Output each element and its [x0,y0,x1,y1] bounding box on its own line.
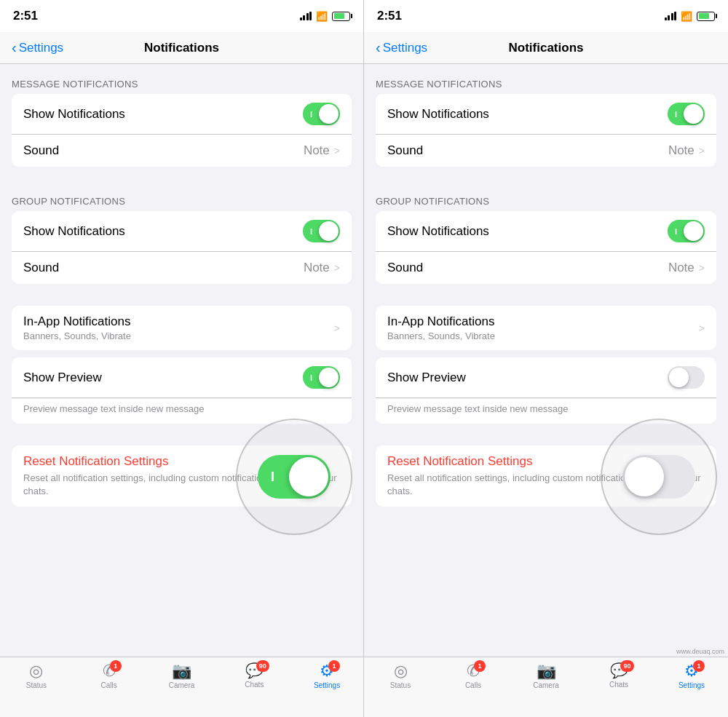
show-preview-sub-right: Preview message text inside new message [387,403,569,414]
content-right: MESSAGE NOTIFICATIONS Show Notifications… [364,64,728,657]
show-notifications-toggle-1-left[interactable]: I [303,103,340,125]
sound-chevron-1-right: > [699,145,705,157]
sound-right-2-left: Note > [304,261,340,275]
nav-bar-left: ‹ Settings Notifications [0,32,363,64]
show-preview-label-left: Show Preview [23,371,102,385]
show-notifications-toggle-1-right[interactable]: I [668,103,705,125]
show-preview-label-right: Show Preview [387,371,466,385]
inapp-sub-left: Banners, Sounds, Vibrate [23,330,131,341]
sound-value-1-right: Note [668,143,695,158]
sound-row-2-right[interactable]: Sound Note > [376,252,716,284]
sound-label-2-left: Sound [23,261,59,275]
inapp-label-left: In-App Notifications [23,314,131,329]
tab-status-right[interactable]: ◎ Status [364,663,437,689]
tab-calls-right[interactable]: ✆ 1 Calls [437,663,510,689]
inapp-sub-right: Banners, Sounds, Vibrate [387,330,495,341]
reset-group-right: Reset Notification Settings Reset all no… [376,445,716,507]
status-bar-left: 2:51 📶 [0,0,363,32]
tab-camera-left[interactable]: 📷 Camera [146,663,218,689]
sound-label-1-right: Sound [387,143,423,158]
reset-sub-left: Reset all notification settings, includi… [23,472,340,498]
reset-link-left[interactable]: Reset Notification Settings [23,454,340,469]
inapp-group-right: In-App Notifications Banners, Sounds, Vi… [376,306,716,350]
show-preview-toggle-right[interactable] [668,366,705,389]
show-notifications-label-1-left: Show Notifications [23,107,125,122]
sound-right-1-left: Note > [304,143,340,158]
show-notifications-row-2-left: Show Notifications I [12,211,352,252]
status-icons-left: 📶 [300,11,351,22]
message-notifications-group-left: Show Notifications I Sound Note > [12,94,352,167]
reset-row-right: Reset Notification Settings Reset all no… [376,445,716,507]
message-section-header-left: MESSAGE NOTIFICATIONS [0,64,363,94]
right-panel: 2:51 📶 ‹ Settings Notifications MESSAGE … [364,0,728,717]
group-notifications-group-right: Show Notifications I Sound Note > [376,211,716,284]
watermark-right: www.deuaq.com [676,648,724,655]
content-left: MESSAGE NOTIFICATIONS Show Notifications… [0,64,363,657]
sound-row-2-left[interactable]: Sound Note > [12,252,352,284]
sound-chevron-1-left: > [334,145,340,157]
sound-value-2-left: Note [304,261,330,275]
nav-title-left: Notifications [144,41,219,55]
show-notifications-label-2-right: Show Notifications [387,224,489,239]
tab-settings-left[interactable]: ⚙ 1 Settings [290,663,363,689]
nav-bar-right: ‹ Settings Notifications [364,32,728,64]
show-notifications-toggle-2-right[interactable]: I [668,220,705,242]
show-preview-toggle-left[interactable]: I [303,366,340,389]
tab-camera-right[interactable]: 📷 Camera [510,663,582,689]
inapp-label-right: In-App Notifications [387,314,495,329]
show-preview-sub-left: Preview message text inside new message [23,403,205,414]
status-time-right: 2:51 [377,9,402,23]
sound-row-1-right[interactable]: Sound Note > [376,135,716,167]
tab-status-left[interactable]: ◎ Status [0,663,73,689]
show-notifications-row-1-right: Show Notifications I [376,94,716,135]
message-notifications-group-right: Show Notifications I Sound Note > [376,94,716,167]
inapp-chevron-left: > [334,322,340,334]
tab-bar-right: ◎ Status ✆ 1 Calls 📷 Camera 💬 90 Chats [364,657,728,717]
back-label-left: Settings [19,41,63,55]
group-notifications-group-left: Show Notifications I Sound Note > [12,211,352,284]
group-section-header-right: GROUP NOTIFICATIONS [364,181,728,211]
status-icons-right: 📶 [665,11,716,22]
show-notifications-toggle-2-left[interactable]: I [303,220,340,242]
inapp-row-right[interactable]: In-App Notifications Banners, Sounds, Vi… [376,306,716,350]
tab-settings-right[interactable]: ⚙ 1 Settings [655,663,728,689]
status-bar-right: 2:51 📶 [364,0,728,32]
status-time-left: 2:51 [13,9,38,23]
signal-icon-right [665,12,677,20]
back-label-right: Settings [383,41,427,55]
show-preview-group-left: Show Preview I Preview message text insi… [12,357,352,424]
wifi-icon-left: 📶 [316,11,328,22]
tab-bar-left: ◎ Status ✆ 1 Calls 📷 Camera 💬 90 Chats [0,657,363,717]
tab-chats-left[interactable]: 💬 90 Chats [218,663,290,689]
sound-chevron-2-right: > [699,262,705,274]
sound-label-1-left: Sound [23,143,59,158]
show-notifications-row-2-right: Show Notifications I [376,211,716,252]
inapp-row-left[interactable]: In-App Notifications Banners, Sounds, Vi… [12,306,352,350]
show-notifications-row-1-left: Show Notifications I [12,94,352,135]
group-section-header-left: GROUP NOTIFICATIONS [0,181,363,211]
battery-icon-left [332,12,350,21]
show-preview-group-right: Show Preview Preview message text inside… [376,357,716,424]
reset-sub-right: Reset all notification settings, includi… [387,472,705,498]
nav-title-right: Notifications [509,41,584,55]
tab-chats-right[interactable]: 💬 90 Chats [582,663,655,689]
sound-chevron-2-left: > [334,262,340,274]
left-panel: 2:51 📶 ‹ Settings Notifications MESSAGE … [0,0,364,717]
sound-right-2-right: Note > [668,261,705,275]
signal-icon-left [300,12,312,20]
reset-row-left: Reset Notification Settings Reset all no… [12,445,352,507]
back-button-right[interactable]: ‹ Settings [376,40,427,56]
sound-value-1-left: Note [304,143,330,158]
back-button-left[interactable]: ‹ Settings [12,40,63,56]
inapp-group-left: In-App Notifications Banners, Sounds, Vi… [12,306,352,350]
wifi-icon-right: 📶 [681,11,692,22]
tab-calls-left[interactable]: ✆ 1 Calls [73,663,146,689]
sound-row-1-left[interactable]: Sound Note > [12,135,352,167]
sound-right-1-right: Note > [668,143,705,158]
show-notifications-label-2-left: Show Notifications [23,224,125,239]
show-notifications-label-1-right: Show Notifications [387,107,489,122]
show-preview-row-right: Show Preview [376,357,716,398]
sound-value-2-right: Note [668,261,695,275]
reset-link-right[interactable]: Reset Notification Settings [387,454,705,469]
back-chevron-left: ‹ [12,39,17,56]
